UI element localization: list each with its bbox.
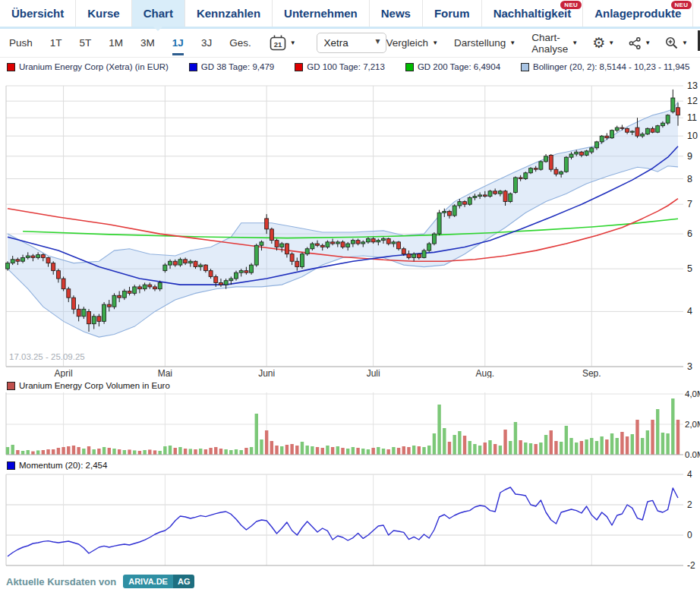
legend-swatch: [7, 461, 15, 470]
chevron-down-icon: ▼: [645, 40, 651, 46]
legend-swatch: [7, 382, 15, 390]
svg-text:11: 11: [687, 112, 697, 123]
toolbar-right: Vergleich▼Darstellung▼Chart-Analyse▼ ⚙ ▼…: [386, 32, 700, 55]
svg-text:0: 0: [687, 530, 692, 540]
svg-text:17.03.25 - 25.09.25: 17.03.25 - 25.09.25: [9, 352, 85, 361]
legend-item: GD 100 Tage: 7,213: [295, 62, 385, 71]
svg-text:Juni: Juni: [258, 368, 275, 378]
legend-swatch: [189, 63, 197, 71]
price-chart[interactable]: AprilMaiJuniJuliAug.Sep.1312111098765431…: [0, 73, 700, 378]
svg-text:4: 4: [687, 471, 692, 480]
svg-text:3: 3: [687, 361, 692, 372]
svg-text:5: 5: [687, 263, 692, 274]
legend-label: Momentum (20): 2,454: [19, 461, 107, 470]
push-button[interactable]: Push: [9, 37, 33, 49]
svg-text:Sep.: Sep.: [582, 368, 601, 378]
legend-swatch: [521, 63, 529, 71]
legend-label: Bollinger (20, 2): 8,5144 - 10,23 - 11,9…: [533, 62, 689, 71]
chevron-down-icon: ▼: [509, 40, 516, 46]
svg-text:4: 4: [687, 306, 692, 317]
nav-tab-nachhaltigkeit[interactable]: NachhaltigkeitNEU: [482, 0, 584, 27]
settings-button[interactable]: ⚙ ▼: [592, 36, 614, 50]
menu-chart-analyse[interactable]: Chart-Analyse▼: [531, 32, 578, 55]
ariva-logo[interactable]: ARIVA.DE AG: [123, 575, 194, 588]
range-buttons: 1T5T1M3M1J3JGes.: [50, 37, 251, 49]
legend-swatch: [295, 63, 303, 71]
range-button-5t[interactable]: 5T: [80, 37, 92, 49]
chevron-down-icon: ▼: [290, 40, 296, 46]
nav-tab-news[interactable]: News: [370, 0, 423, 27]
svg-text:2,0M: 2,0M: [685, 420, 700, 429]
legend-label: GD 200 Tage: 6,4904: [418, 62, 500, 71]
svg-text:21: 21: [273, 40, 282, 49]
nav-tab-kennzahlen[interactable]: Kennzahlen: [185, 0, 273, 27]
menu-label: Darstellung: [454, 37, 506, 49]
share-button[interactable]: ▼: [629, 37, 651, 49]
nav-tab-label: Chart: [143, 7, 173, 20]
nav-tab-label: Nachhaltigkeit: [493, 7, 572, 20]
chevron-down-icon: ▼: [432, 40, 438, 46]
calendar-button[interactable]: 21 ▼: [269, 34, 296, 52]
nav-tab-label: Forum: [434, 7, 470, 20]
volume-chart[interactable]: 4,0M2,0M0,0M: [0, 391, 700, 458]
nav-tab-label: Unternehmen: [284, 7, 358, 20]
zoom-in-icon: [665, 36, 679, 50]
range-button-1t[interactable]: 1T: [50, 37, 62, 49]
menu-darstellung[interactable]: Darstellung▼: [454, 37, 516, 49]
svg-text:Mai: Mai: [158, 368, 172, 378]
svg-text:Juli: Juli: [367, 368, 380, 378]
nav-tab-label: Kurse: [87, 7, 120, 20]
connections-icon: [629, 37, 642, 49]
nav-tab-anlageprodukte[interactable]: AnlageprodukteNEU: [583, 0, 693, 27]
nav-tab-forum[interactable]: Forum: [423, 0, 482, 27]
svg-text:10: 10: [687, 131, 698, 141]
legend-item: Uranium Energy Corp (Xetra) (in EUR): [7, 62, 169, 71]
nav-tab-unternehmen[interactable]: Unternehmen: [273, 0, 370, 27]
range-button-3m[interactable]: 3M: [140, 37, 155, 49]
nav-tab-uebersicht[interactable]: Übersicht: [0, 0, 76, 27]
svg-text:9: 9: [687, 151, 692, 162]
nav-tab-label: Kennzahlen: [197, 7, 260, 20]
nav-tab-chart[interactable]: Chart: [132, 0, 185, 27]
calendar-icon: 21: [269, 34, 287, 52]
svg-text:Aug.: Aug.: [475, 368, 494, 378]
chart-section: Uranium Energy Corp (Xetra) (in EUR)GD 3…: [0, 58, 700, 569]
nav-tab-label: Anlageprodukte: [594, 7, 681, 20]
price-chart-legend: Uranium Energy Corp (Xetra) (in EUR)GD 3…: [0, 58, 700, 73]
legend-item: Bollinger (20, 2): 8,5144 - 10,23 - 11,9…: [521, 62, 689, 71]
nav-tabs: ÜbersichtKurseChartKennzahlenUnternehmen…: [0, 0, 700, 29]
toolbar-left: Push 1T5T1M3M1J3JGes. 21 ▼ Xetra: [9, 33, 386, 53]
footer-text: Aktuelle Kursdaten von: [6, 576, 116, 587]
menu-buttons: Vergleich▼Darstellung▼Chart-Analyse▼: [386, 32, 579, 55]
legend-swatch: [405, 63, 414, 71]
exchange-select[interactable]: Xetra: [317, 33, 386, 53]
svg-text:7: 7: [687, 199, 692, 209]
range-button-ges[interactable]: Ges.: [229, 37, 251, 49]
legend-item: GD 38 Tage: 9,479: [189, 62, 274, 71]
new-badge: NEU: [560, 1, 582, 9]
legend-label: GD 100 Tage: 7,213: [307, 62, 385, 71]
svg-text:6: 6: [687, 228, 692, 239]
nav-tab-label: Übersicht: [11, 7, 64, 20]
legend-item: Momentum (20): 2,454: [7, 461, 107, 470]
legend-label: GD 38 Tage: 9,479: [201, 62, 274, 71]
svg-text:4,0M: 4,0M: [685, 391, 700, 398]
range-button-3j[interactable]: 3J: [201, 37, 212, 49]
exchange-select-wrap: Xetra: [317, 33, 386, 53]
chart-toolbar: Push 1T5T1M3M1J3JGes. 21 ▼ Xetra Verglei…: [0, 29, 700, 58]
range-button-1j[interactable]: 1J: [172, 37, 184, 49]
chevron-down-icon: ▼: [682, 40, 688, 46]
menu-label: Chart-Analyse: [531, 32, 568, 55]
legend-item: Uranium Energy Corp Volumen in Euro: [7, 381, 170, 390]
momentum-chart[interactable]: 420-2: [0, 471, 700, 569]
legend-item: GD 200 Tage: 6,4904: [405, 62, 500, 71]
gear-icon: ⚙: [592, 36, 605, 50]
range-button-1m[interactable]: 1M: [109, 37, 123, 49]
nav-tab-kurse[interactable]: Kurse: [76, 0, 132, 27]
menu-vergleich[interactable]: Vergleich▼: [386, 37, 438, 49]
menu-label: Vergleich: [386, 37, 429, 49]
zoom-button[interactable]: ▼: [665, 36, 688, 50]
nav-tab-label: News: [381, 7, 411, 20]
chevron-down-icon: ▼: [572, 40, 578, 46]
legend-label: Uranium Energy Corp Volumen in Euro: [19, 381, 170, 390]
